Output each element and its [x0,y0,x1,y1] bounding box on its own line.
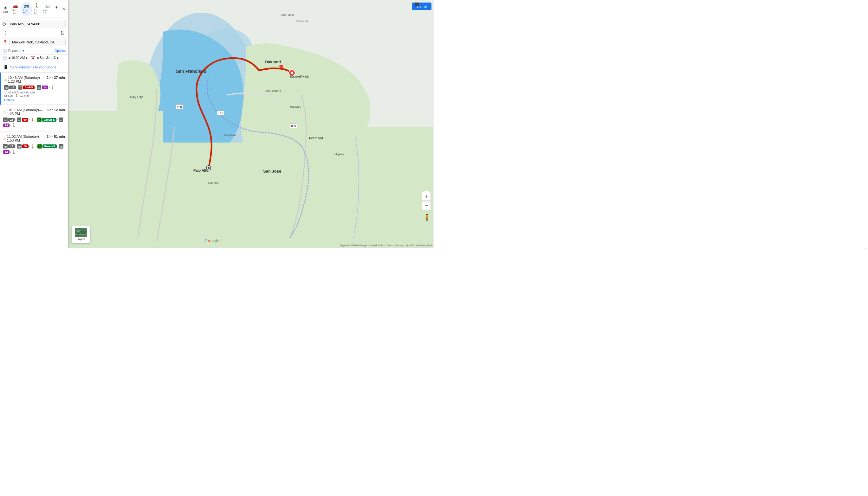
bus-icon-8: 🚌 [59,144,63,149]
badge-l2: L2 [9,86,16,89]
map-data-text: Map data ©2024 Google [340,244,368,247]
route-1-cost-walk: $14.25 🚶 12 min [4,94,65,97]
layers-button[interactable]: Layers [71,226,90,243]
badge-redn: Red-N [23,86,35,89]
destination-input[interactable] [9,38,65,46]
walk-icon-1: 🚶 [50,86,55,90]
feedback-link[interactable]: Send Product Feedback [405,244,433,247]
time-prev-button[interactable]: ◀ [8,56,11,60]
bus-icon-5: 🚌 [59,118,63,122]
arrow-4: › [15,118,16,121]
svg-text:Hayward: Hayward [290,105,301,108]
bike-icon: 🚲 [44,3,50,8]
united-states-text: United States [369,244,385,247]
svg-text:San Leandro: San Leandro [265,89,281,92]
swap-button[interactable]: ⇅ [60,30,64,36]
transport-bike[interactable]: 🚲 4 hr 18 [42,2,52,16]
arrow-9: › [16,145,16,148]
route-option-1[interactable]: ⚠ 10:46 AM (Saturday)— 1:23 PM 2 hr 37 m… [0,73,68,105]
transport-walk[interactable]: 🚶 11 hr [32,2,41,16]
bus-icon-3: 🚌 [3,118,8,122]
svg-text:280: 280 [177,106,182,109]
apps-button[interactable] [415,2,419,6]
route-2-transit-icons-2: 14 › 🚶 [3,123,65,127]
transit-icon: 🚌 [24,3,29,8]
origin-input[interactable] [7,20,65,28]
svg-text:o: o [210,239,213,243]
date-prev-button[interactable]: ◀ [36,56,39,60]
phone-icon: 📱 [3,65,8,69]
route-1-transit-icons: 🚌 L2 › 🚂 Red-N › 🚌 14 › 🚶 [4,85,65,90]
badge-14-2: 14 [3,124,10,127]
walk-icon: 🚶 [34,3,39,8]
walk-icon-3: 🚶 [12,123,16,127]
svg-rect-3 [242,127,433,248]
flight-label: — [55,11,58,13]
terms-link[interactable]: Terms [387,244,393,247]
route-option-2[interactable]: ⚠ 10:11 AM (Saturday)— 1:23 PM 3 hr 12 m… [0,105,68,131]
route-1-cost: $14.25 [4,94,13,97]
arrow-12: › [57,145,58,148]
date-control: 📅 ◀ Sat, Jan 13 ▶ [31,56,59,60]
svg-text:Richmond: Richmond [296,20,310,23]
route-3-header: ⚠ 11:02 AM (Saturday)— 1:53 PM 2 hr 51 m… [3,135,65,142]
svg-text:Palo Alto: Palo Alto [193,169,209,172]
badge-60-2: 60 [22,144,29,148]
route-3-transit-icons: 🚌 L2 › 🚌 60 › 🚶 › 🚇 Green-S › 🚌 [3,144,65,149]
badge-l2-3: L2 [8,144,15,148]
badge-14-1: 14 [42,86,48,89]
depart-dropdown[interactable]: ▾ [23,49,24,52]
transport-mode-bar: ◈ Best 🚗 50 min 🚌 2 hr 37 🚶 11 hr 🚲 4 hr… [0,0,68,17]
time-control: 🕐 ◀ 10:00 AM ▶ [2,56,28,60]
close-button[interactable]: ✕ [61,5,67,13]
route-option-3[interactable]: ⚠ 11:02 AM (Saturday)— 1:53 PM 2 hr 51 m… [0,131,68,158]
caltrain-icon-1: 🚂 [18,85,23,90]
svg-text:Oakland: Oakland [265,60,281,64]
best-icon: ◈ [4,5,7,10]
zoom-controls: + − [422,192,431,210]
arrow-3: › [49,86,50,89]
zoom-in-button[interactable]: + [422,192,431,201]
svg-text:l: l [216,239,217,243]
date-next-button[interactable]: ▶ [57,56,59,60]
arrow-8: › [10,124,11,127]
arrow-11: › [36,145,37,148]
inputs-section: ⇅ 📍 [0,17,68,47]
transport-flight[interactable]: ✈ — [53,3,60,15]
transport-best[interactable]: ◈ Best [1,3,10,15]
svg-text:o: o [208,239,210,243]
transport-transit[interactable]: 🚌 2 hr 37 [21,2,32,16]
time-value: 10:00 AM [11,56,25,60]
route-1-walk: 12 min [20,94,29,97]
zoom-out-button[interactable]: − [422,201,431,210]
warning-icon-3: ⚠ [3,137,6,140]
walk-icon-2: 🚶 [30,118,35,122]
clock-small-icon: 🕐 [2,49,7,53]
left-panel: ◈ Best 🚗 50 min 🚌 2 hr 37 🚶 11 hr 🚲 4 hr… [0,0,68,248]
privacy-link[interactable]: Privacy [395,244,404,247]
route-1-title-text: 10:46 AM (Saturday)— 1:23 PM [8,76,47,83]
map-area: San Francisco Oakland Maxwell Park San J… [68,0,434,248]
badge-14-3: 14 [3,150,10,154]
route-1-duration: 2 hr 37 min [47,76,65,79]
svg-text:San Francisco: San Francisco [176,69,206,74]
warning-icon-2: ⚠ [3,110,6,114]
details-link-1[interactable]: Details [4,98,65,102]
bart-icon-1: 🚇 [37,118,42,122]
svg-text:○: ○ [208,169,209,172]
time-next-button[interactable]: ▶ [26,56,28,60]
walk-person-icon: 🚶 [15,94,18,97]
svg-point-9 [291,72,293,74]
send-directions-button[interactable]: 📱 Send directions to your phone [0,62,68,73]
svg-rect-39 [76,230,80,232]
layers-label: Layers [76,237,85,241]
transport-drive[interactable]: 🚗 50 min [10,2,20,16]
arrow-10: › [29,145,30,148]
route-1-time-info: ⚠ 10:46 AM (Saturday)— 1:23 PM [4,76,47,83]
route-2-title: ⚠ 10:11 AM (Saturday)— 1:23 PM [3,108,47,115]
options-button[interactable]: Options [55,49,65,52]
bus-icon-2: 🚌 [37,85,41,90]
svg-point-10 [279,65,283,68]
clock-icon: 🕐 [2,56,7,60]
street-view-button[interactable]: 🧍 [423,214,431,221]
